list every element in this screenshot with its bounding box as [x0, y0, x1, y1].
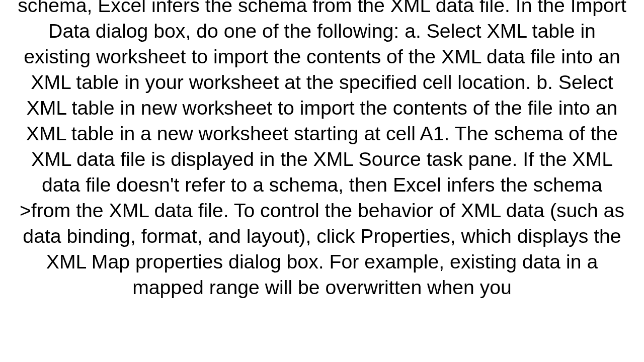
body-paragraph: want to import, and click Import. If the… — [15, 0, 629, 300]
document-page: want to import, and click Import. If the… — [0, 0, 644, 362]
